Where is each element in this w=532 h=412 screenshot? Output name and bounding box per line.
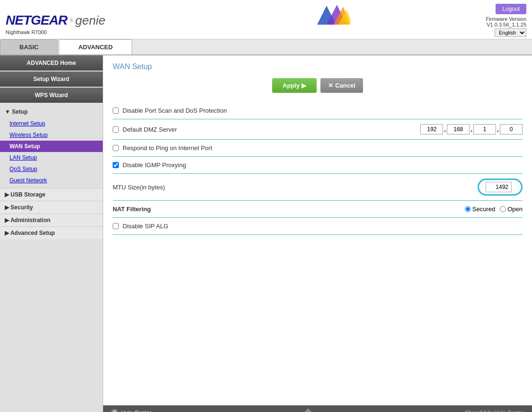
- firmware-info: Firmware Version V1.0.3.56_1.1.25: [486, 16, 526, 27]
- content-area: WAN Setup Apply ▶ ✕ Cancel Disable Port …: [103, 55, 532, 412]
- usb-storage-section[interactable]: ▶ USB Storage: [0, 188, 103, 201]
- respond-ping-checkbox[interactable]: [113, 145, 119, 151]
- sidebar-item-internet-setup[interactable]: Internet Setup: [0, 118, 103, 129]
- content-inner: WAN Setup Apply ▶ ✕ Cancel Disable Port …: [103, 55, 532, 405]
- brand-logo: NETGEAR ® genie Nighthawk R7000: [6, 13, 106, 28]
- advanced-setup-section[interactable]: ▶ Advanced Setup: [0, 226, 103, 239]
- dmz-ip-control: . . .: [420, 124, 523, 134]
- mtu-input-field[interactable]: [486, 182, 512, 192]
- nat-secured-label[interactable]: Secured: [465, 206, 495, 213]
- apply-arrow-icon: ▶: [301, 82, 306, 89]
- genie-product: genie: [75, 13, 106, 28]
- setup-wizard-button[interactable]: Setup Wizard: [0, 72, 103, 87]
- nat-filtering-label: NAT Filtering: [113, 206, 465, 213]
- footer-triangle-icon: [301, 408, 315, 412]
- footer-center: [301, 408, 315, 412]
- disable-igmp-checkbox[interactable]: [113, 162, 119, 168]
- setup-section-header[interactable]: ▼ Setup: [0, 106, 103, 118]
- registered-mark: ®: [70, 18, 73, 23]
- administration-section[interactable]: ▶ Administration: [0, 214, 103, 226]
- help-icon: ?: [111, 409, 118, 412]
- disable-igmp-label: Disable IGMP Proxying: [113, 161, 523, 169]
- default-dmz-row: Default DMZ Server . . .: [113, 119, 523, 140]
- header: NETGEAR ® genie Nighthawk R7000 Logout F…: [0, 0, 532, 39]
- respond-ping-label: Respond to Ping on Internet Port: [113, 144, 523, 152]
- disable-sip-label: Disable SIP ALG: [113, 223, 523, 230]
- nat-options: Secured Open: [465, 206, 523, 213]
- logo-graphic: [312, 1, 350, 25]
- language-select[interactable]: English: [495, 28, 526, 37]
- security-section[interactable]: ▶ Security: [0, 201, 103, 214]
- ip-dot-3: .: [497, 125, 499, 133]
- mtu-highlight-circle: [478, 179, 523, 196]
- respond-ping-row: Respond to Ping on Internet Port: [113, 140, 523, 157]
- help-center-left: ? Help Center: [111, 409, 151, 412]
- ip-dot-1: .: [444, 125, 446, 133]
- tab-basic[interactable]: BASIC: [0, 39, 58, 54]
- disable-port-scan-row: Disable Port Scan and DoS Protection: [113, 102, 523, 119]
- dmz-ip-field-3[interactable]: [473, 124, 496, 134]
- dmz-ip-field-4[interactable]: [500, 124, 523, 134]
- nav-tabs: BASIC ADVANCED: [0, 39, 532, 55]
- nat-filtering-row: NAT Filtering Secured Open: [113, 201, 523, 218]
- nat-secured-radio[interactable]: [465, 206, 471, 212]
- svg-marker-4: [301, 408, 315, 412]
- logo-area: NETGEAR ® genie Nighthawk R7000: [6, 13, 106, 28]
- mtu-size-row: MTU Size(in bytes): [113, 174, 523, 201]
- disable-igmp-row: Disable IGMP Proxying: [113, 157, 523, 174]
- cancel-x-icon: ✕: [328, 82, 333, 89]
- setup-section: ▼ Setup Internet Setup Wireless Setup WA…: [0, 104, 103, 188]
- disable-port-scan-label: Disable Port Scan and DoS Protection: [113, 107, 523, 114]
- disable-sip-checkbox[interactable]: [113, 223, 119, 229]
- mtu-size-label: MTU Size(in bytes): [113, 184, 478, 191]
- page-title: WAN Setup: [113, 63, 523, 71]
- footer: ? Help Center Show/Hide Help Center: [103, 405, 532, 412]
- default-dmz-label: Default DMZ Server: [113, 126, 420, 133]
- sidebar-item-guest-network[interactable]: Guest Network: [0, 175, 103, 186]
- sidebar-item-lan-setup[interactable]: LAN Setup: [0, 152, 103, 163]
- dmz-ip-field-1[interactable]: [420, 124, 443, 134]
- apply-button[interactable]: Apply ▶: [272, 78, 317, 93]
- netgear-brand: NETGEAR: [6, 13, 67, 28]
- sidebar-item-wireless-setup[interactable]: Wireless Setup: [0, 129, 103, 141]
- sidebar: ADVANCED Home Setup Wizard WPS Wizard ▼ …: [0, 55, 103, 412]
- header-right: Logout Firmware Version V1.0.3.56_1.1.25…: [486, 4, 526, 37]
- show-hide-help-link[interactable]: Show/Hide Help Center: [465, 410, 524, 412]
- disable-sip-row: Disable SIP ALG: [113, 218, 523, 235]
- logout-button[interactable]: Logout: [496, 4, 526, 14]
- advanced-home-button[interactable]: ADVANCED Home: [0, 55, 103, 71]
- sidebar-item-wan-setup[interactable]: WAN Setup: [0, 141, 103, 152]
- mtu-control: [478, 179, 523, 196]
- disable-port-scan-checkbox[interactable]: [113, 107, 119, 114]
- wps-wizard-button[interactable]: WPS Wizard: [0, 88, 103, 103]
- ip-dot-2: .: [470, 125, 472, 133]
- tab-advanced[interactable]: ADVANCED: [59, 39, 132, 54]
- toolbar: Apply ▶ ✕ Cancel: [113, 78, 523, 93]
- model-name: Nighthawk R7000: [6, 29, 47, 35]
- nat-open-radio[interactable]: [500, 206, 506, 212]
- main-layout: ADVANCED Home Setup Wizard WPS Wizard ▼ …: [0, 55, 532, 412]
- sidebar-item-qos-setup[interactable]: QoS Setup: [0, 163, 103, 175]
- nat-open-label[interactable]: Open: [500, 206, 523, 213]
- cancel-button[interactable]: ✕ Cancel: [320, 78, 363, 93]
- default-dmz-checkbox[interactable]: [113, 126, 119, 133]
- dmz-ip-field-2[interactable]: [447, 124, 470, 134]
